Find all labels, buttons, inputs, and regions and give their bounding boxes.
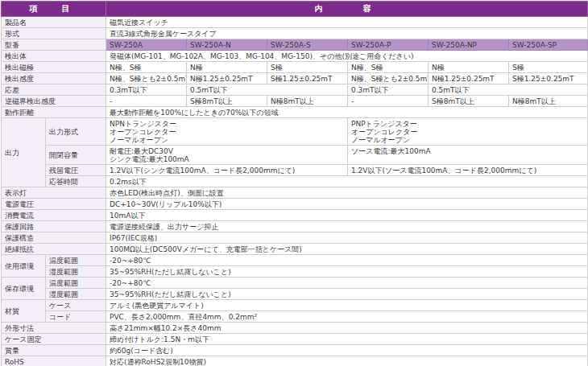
spec-label-case-fixing: ケース固定	[2, 334, 106, 345]
spec-value-insulation-resistance: 100MΩ以上(DC500Vメガーにて、充電部一括とケース間)	[106, 244, 588, 255]
sensitivity-cell-4: N極1.25±0.25mT	[429, 73, 509, 84]
column-header-content: 内 容	[106, 2, 588, 17]
spec-label-rohs: RoHS	[2, 356, 106, 366]
spec-sublabel-operating-humidity: 湿度範囲	[46, 266, 106, 278]
spec-value-output-type-pnp: PNPトランジスター オープンコレクター ノーマルオープン	[348, 118, 588, 146]
spec-sublabel-output-type: 出力形式	[46, 118, 106, 146]
spec-value-response-time: 0.2ms以下	[106, 176, 588, 187]
spec-sublabel-storage-temperature: 温度範囲	[46, 278, 106, 289]
spec-label-weight: 質量	[2, 345, 106, 356]
spec-label-hysteresis: 応差	[2, 84, 106, 96]
model-cell-2: SW-250A-S	[267, 39, 348, 51]
hysteresis-cell-0: 0.3mT以下	[106, 84, 187, 96]
spec-value-residual-voltage-source: 1.2V以下(ソース電流100mA、コード長2,000mmにて)	[348, 165, 588, 176]
column-header-item: 項 目	[2, 2, 106, 17]
spec-label-protection-rating: 保護構造	[2, 232, 106, 244]
spec-label-format: 形式	[2, 28, 106, 39]
spec-value-rohs: 対応(通称RoHS2規制10物質)	[106, 356, 588, 366]
spec-sublabel-operating-temperature: 温度範囲	[46, 255, 106, 266]
spec-value-storage-temperature: -20~+80℃	[106, 278, 588, 289]
detection-pole-cell-0: N極、S極	[106, 62, 187, 73]
spec-group-label-output: 出力	[2, 118, 46, 187]
detection-pole-cell-1: N極	[187, 62, 267, 73]
reverse-field-cell-2: N極8mT以上	[267, 96, 348, 107]
spec-group-label-operating-environment: 使用環境	[2, 255, 46, 278]
model-cell-4: SW-250A-NP	[429, 39, 509, 51]
spec-label-sensitivity: 検出感度	[2, 73, 106, 84]
spec-label-power-voltage: 電源電圧	[2, 199, 106, 210]
sensitivity-cell-0: N極、S極とも2±0.5mT	[106, 73, 187, 84]
spec-value-protection-rating: IP67(IEC規格)	[106, 232, 588, 244]
spec-value-weight: 約60g(コード含む)	[106, 345, 588, 356]
spec-label-detection-target: 検出体	[2, 51, 106, 62]
reverse-field-cell-3: -	[348, 96, 429, 107]
spec-value-operating-temperature: -20~+80℃	[106, 255, 588, 266]
spec-sublabel-response-time: 応答時間	[46, 176, 106, 187]
spec-value-format: 直流3線式角形金属ケースタイプ	[106, 28, 588, 39]
spec-value-storage-humidity: 35~95%RH(ただし結露しないこと)	[106, 289, 588, 300]
spec-value-material-case: アルミ(黒色硬質アルマイト)	[106, 300, 588, 311]
spec-sublabel-material-cord: コード	[46, 311, 106, 323]
spec-value-material-cord: PVC、長さ2,000mm、直径4mm、0.2mm²	[106, 311, 588, 323]
spec-value-power-voltage: DC+10~30V(リップル10%以下)	[106, 199, 588, 210]
spec-label-dimensions: 外形寸法	[2, 323, 106, 334]
spec-value-protection-circuit: 電源逆接続保護、出力サージ抑止	[106, 221, 588, 232]
hysteresis-cell-1: 0.5mT以下	[187, 84, 348, 96]
spec-label-indicator: 表示灯	[2, 187, 106, 199]
sensitivity-cell-3: N極、S極とも2±0.5mT	[348, 73, 429, 84]
model-cell-0: SW-250A	[106, 39, 187, 51]
spec-value-switching-capacity-source: ソース電流:最大100mA	[348, 146, 588, 165]
spec-value-output-type-npn: NPNトランジスター オープンコレクター ノーマルオープン	[106, 118, 348, 146]
spec-group-label-material: 材質	[2, 300, 46, 323]
spec-label-product-name: 製品名	[2, 17, 106, 28]
spec-value-current-consumption: 10mA以下	[106, 210, 588, 221]
spec-sublabel-switching-capacity: 開閉容量	[46, 146, 106, 165]
spec-value-dimensions: 高さ21mm×幅10.2×長さ40mm	[106, 323, 588, 334]
reverse-field-cell-0: -	[106, 96, 187, 107]
spec-value-operating-range: 最大動作距離を100%にしたときの70%以下の領域	[106, 107, 588, 118]
spec-value-detection-target: 発磁体(MG-101、MG-102A、MG-103、MG-104、MG-150)…	[106, 51, 588, 62]
spec-label-model: 型番	[2, 39, 106, 51]
spec-label-detection-pole: 検出磁極	[2, 62, 106, 73]
spec-label-reverse-field: 逆磁界検出感度	[2, 96, 106, 107]
detection-pole-cell-5: S極	[509, 62, 588, 73]
spec-sublabel-residual-voltage: 残留電圧	[46, 165, 106, 176]
spec-value-switching-capacity-sink: 耐電圧:最大DC30V シンク電流:最大100mA	[106, 146, 348, 165]
reverse-field-cell-1: S極8mT以上	[187, 96, 267, 107]
spec-label-operating-range: 動作距離	[2, 107, 106, 118]
detection-pole-cell-3: N極、S極	[348, 62, 429, 73]
model-cell-3: SW-250A-P	[348, 39, 429, 51]
spec-sublabel-material-case: ケース	[46, 300, 106, 311]
reverse-field-cell-5: N極8mT以上	[509, 96, 588, 107]
spec-group-label-storage-environment: 保存環境	[2, 278, 46, 300]
spec-label-protection-circuit: 保護回路	[2, 221, 106, 232]
spec-label-insulation-resistance: 絶縁抵抗	[2, 244, 106, 255]
spec-value-residual-voltage-sink: 1.2V以下(シンク電流100mA、コード長2,000mmにて)	[106, 165, 348, 176]
hysteresis-cell-3: 0.5mT以下	[429, 84, 588, 96]
reverse-field-cell-4: S極8mT以上	[429, 96, 509, 107]
model-cell-1: SW-250A-N	[187, 39, 267, 51]
sensitivity-cell-5: S極1.25±0.25mT	[509, 73, 588, 84]
spec-table: 項 目 内 容 製品名 磁気近接スイッチ 形式 直流3線式角形金属ケースタイプ …	[1, 1, 588, 366]
spec-label-current-consumption: 消費電流	[2, 210, 106, 221]
spec-value-product-name: 磁気近接スイッチ	[106, 17, 588, 28]
detection-pole-cell-4: N極	[429, 62, 509, 73]
sensitivity-cell-1: N極1.25±0.25mT	[187, 73, 267, 84]
spec-sublabel-storage-humidity: 湿度範囲	[46, 289, 106, 300]
spec-value-operating-humidity: 35~95%RH(ただし結露しないこと)	[106, 266, 588, 278]
detection-pole-cell-2: S極	[267, 62, 348, 73]
hysteresis-cell-2: 0.3mT以下	[348, 84, 429, 96]
model-cell-5: SW-250A-SP	[509, 39, 588, 51]
sensitivity-cell-2: S極1.25±0.25mT	[267, 73, 348, 84]
spec-value-indicator: 赤色LED(検出時点灯)、側面に設置	[106, 187, 588, 199]
spec-value-case-fixing: 締め付けトルク:1.5N・m以下	[106, 334, 588, 345]
